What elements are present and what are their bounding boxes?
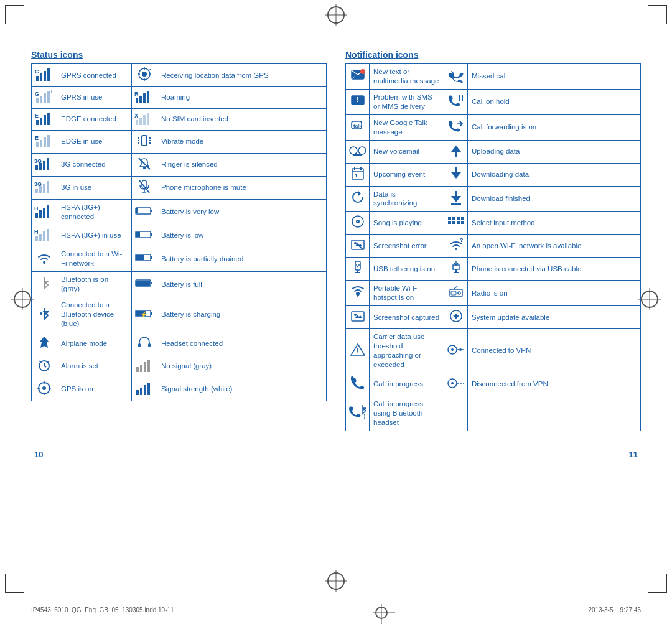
notif-label-2-10: System update available [468, 306, 641, 329]
svg-rect-19 [136, 98, 138, 103]
status-table-row: Airplane mode Headset connected [32, 332, 327, 355]
crosshair-bottom [327, 572, 345, 590]
svg-rect-13 [36, 98, 39, 103]
status-label-2-9: Battery is full [157, 272, 327, 297]
status-label-2-11: Headset connected [157, 332, 327, 355]
status-icon-2-6 [132, 199, 157, 225]
svg-point-158 [458, 292, 460, 294]
svg-rect-64 [43, 208, 45, 218]
svg-text:i: i [51, 90, 52, 94]
svg-rect-32 [147, 113, 149, 125]
notif-table-row: Screenshot captured System update availa… [346, 306, 641, 329]
svg-rect-15 [44, 93, 46, 103]
notif-label-1-4: Upcoming event [370, 163, 444, 186]
svg-line-93 [44, 366, 46, 367]
notif-table-row: Screenshot error ? An open Wi-Fi network… [346, 235, 641, 258]
status-table-row: H HSPA (3G+) connected Battery is very l… [32, 199, 327, 225]
svg-rect-22 [147, 91, 149, 103]
status-icon-1-1: Gi [32, 86, 57, 108]
corner-mark-br [648, 574, 667, 593]
status-icon-2-2: X [132, 108, 157, 130]
status-icon-2-11 [132, 332, 157, 355]
notif-label-1-12: Call in progress [370, 373, 444, 396]
status-label-2-6: Battery is very low [157, 199, 327, 225]
svg-text:1: 1 [355, 173, 358, 179]
notif-icon-2-13 [444, 396, 468, 431]
svg-rect-29 [136, 120, 138, 125]
status-label-1-7: HSPA (3G+) in use [57, 225, 132, 246]
notif-label-1-3: New voicemail [370, 140, 444, 163]
status-icon-1-12 [32, 355, 57, 378]
svg-line-94 [39, 361, 41, 363]
svg-rect-48 [43, 161, 45, 170]
status-label-2-8: Battery is partially drained [157, 246, 327, 272]
corner-mark-tr [648, 5, 667, 24]
crosshair-left [14, 291, 31, 308]
svg-text:H: H [34, 229, 39, 235]
svg-rect-37 [47, 135, 50, 147]
svg-text:!: ! [357, 96, 359, 103]
page-numbers: 10 11 [0, 444, 672, 465]
notif-icon-2-0 [444, 64, 468, 90]
crosshair-right [641, 291, 658, 308]
notif-label-2-7: An open Wi-Fi network is available [468, 235, 641, 258]
svg-rect-109 [147, 383, 150, 395]
svg-rect-35 [40, 140, 42, 147]
status-icon-2-3 [132, 130, 157, 153]
status-label-1-4: 3G connected [57, 153, 132, 176]
notif-table-row: USB tethering is on Phone is connected v… [346, 258, 641, 281]
svg-rect-65 [47, 205, 49, 218]
svg-rect-99 [147, 360, 150, 372]
svg-text:⚡: ⚡ [140, 310, 148, 319]
svg-rect-4 [47, 68, 50, 81]
status-icon-2-13 [132, 378, 157, 401]
notif-icon-2-11 [444, 329, 468, 373]
notif-icon-1-9 [346, 281, 370, 306]
svg-rect-142 [461, 221, 464, 224]
status-label-1-10: Connected to a Bluetooth device (blue) [57, 297, 132, 332]
svg-marker-128 [451, 167, 461, 179]
notif-icon-2-3 [444, 140, 468, 163]
svg-point-161 [354, 314, 357, 316]
status-icon-2-4 [132, 153, 157, 176]
svg-text:X: X [134, 113, 138, 119]
notif-icon-1-0: ! [346, 64, 370, 90]
svg-rect-56 [47, 181, 49, 193]
svg-rect-47 [39, 163, 42, 170]
svg-text:G: G [35, 91, 39, 97]
status-label-2-13: Signal strength (white) [157, 378, 327, 401]
svg-rect-30 [139, 118, 142, 125]
status-table-row: Bluetooth is on (gray) Battery is full [32, 272, 327, 297]
svg-text:•: • [149, 67, 151, 72]
svg-text:E: E [35, 135, 39, 141]
svg-text:talk: talk [353, 123, 362, 129]
svg-rect-71 [39, 234, 42, 241]
status-icon-1-6: H [32, 199, 57, 225]
notif-label-2-2: Call forwarding is on [468, 114, 641, 140]
svg-point-134 [357, 221, 358, 222]
notif-icon-1-12 [346, 373, 370, 396]
footer-crosshair [375, 607, 388, 619]
svg-rect-2 [40, 73, 42, 81]
notif-table-row: talk New Google Talk message Call forwar… [346, 114, 641, 140]
svg-rect-25 [40, 118, 42, 125]
main-content: Status icons G GPRS connected • Receivin… [31, 50, 641, 431]
svg-rect-79 [151, 256, 152, 259]
status-icon-1-8 [32, 246, 57, 272]
notif-icon-2-1 [444, 89, 468, 114]
svg-rect-72 [43, 231, 45, 241]
notif-table-row: Song is playing Select input method [346, 212, 641, 235]
page-number-right: 11 [629, 450, 638, 459]
svg-point-169 [451, 348, 454, 351]
svg-rect-36 [44, 137, 46, 147]
notif-icon-2-9 [444, 281, 468, 306]
svg-rect-16 [47, 91, 50, 103]
status-label-1-6: HSPA (3G+) connected [57, 199, 132, 225]
svg-point-146 [455, 248, 457, 250]
notif-table-row: Call in progress Disconnected from VPN [346, 373, 641, 396]
svg-rect-107 [140, 388, 142, 395]
svg-point-6 [142, 72, 147, 77]
svg-text:G: G [35, 68, 39, 75]
svg-text:!: ! [357, 347, 359, 355]
svg-point-101 [42, 386, 46, 390]
